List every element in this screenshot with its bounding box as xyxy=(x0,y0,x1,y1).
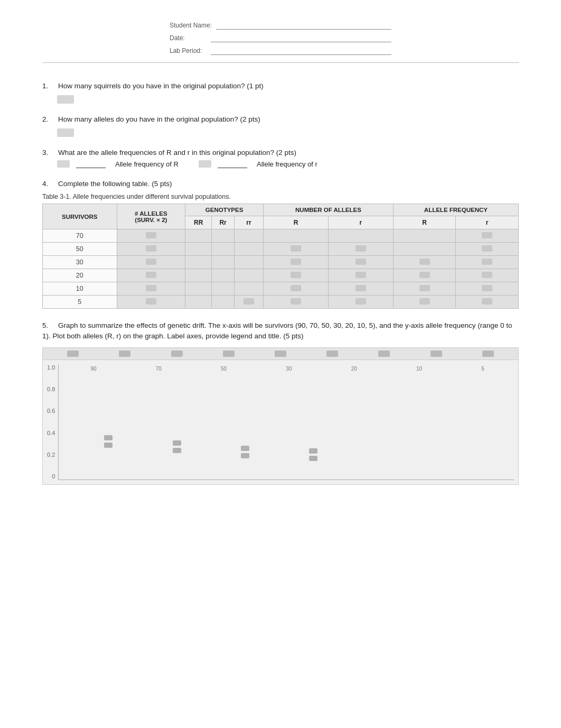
x-label-30: 30 xyxy=(286,366,292,372)
date-label: Date: xyxy=(170,34,207,42)
graph-top-dot-9 xyxy=(482,351,494,357)
y-label-3: 0.4 xyxy=(47,430,55,436)
q3-r-answer[interactable] xyxy=(199,160,211,168)
row-20-r-freq[interactable] xyxy=(456,269,519,282)
period-line[interactable] xyxy=(211,47,391,55)
graph-top-bar xyxy=(43,348,518,360)
row-50-RR[interactable] xyxy=(185,243,212,256)
plot-dot-4a xyxy=(309,448,317,454)
row-30-r-freq[interactable] xyxy=(456,256,519,269)
graph-top-dot-8 xyxy=(431,351,442,357)
row-70-alleles[interactable] xyxy=(117,229,185,243)
x-label-70: 70 xyxy=(156,366,162,372)
table-top-header-row: SURVIVORS # ALLELES (SURV. × 2) GENOTYPE… xyxy=(43,204,519,216)
col-alleles: # ALLELES (SURV. × 2) xyxy=(117,204,185,229)
q3-r-label: Allele frequency of r xyxy=(257,160,317,168)
row-20-rr[interactable] xyxy=(234,269,263,282)
x-label-20: 20 xyxy=(351,366,357,372)
y-label-2: 0.2 xyxy=(47,451,55,458)
row-5-R-num[interactable] xyxy=(264,296,329,309)
row-5-rr[interactable] xyxy=(234,296,263,309)
name-line[interactable] xyxy=(216,21,391,30)
header-period-row: Lab Period: xyxy=(170,47,391,55)
q2-text: 2. How many alleles do you have in the o… xyxy=(42,115,519,123)
plot-dot-4b xyxy=(309,456,317,461)
row-50-survivors: 50 xyxy=(43,243,117,256)
row-20-Rr[interactable] xyxy=(212,269,235,282)
row-5-RR[interactable] xyxy=(185,296,212,309)
row-50-alleles[interactable] xyxy=(117,243,185,256)
row-5-r-freq[interactable] xyxy=(456,296,519,309)
plot-dot-1a xyxy=(104,435,113,440)
row-30-R-num[interactable] xyxy=(264,256,329,269)
name-label: Student Name: xyxy=(170,22,212,29)
row-10-Rr[interactable] xyxy=(212,282,235,296)
header-name-row: Student Name: xyxy=(170,21,391,30)
question-2: 2. How many alleles do you have in the o… xyxy=(42,115,519,137)
row-50-r-freq[interactable] xyxy=(456,243,519,256)
row-70-Rr[interactable] xyxy=(212,229,235,243)
graph-top-dot-5 xyxy=(275,351,286,357)
graph-top-dot-2 xyxy=(119,351,130,357)
row-30-Rr[interactable] xyxy=(212,256,235,269)
row-10-alleles[interactable] xyxy=(117,282,185,296)
row-10-r-freq[interactable] xyxy=(456,282,519,296)
graph-xaxis: 90 70 50 30 20 10 5 xyxy=(59,364,514,372)
row-30-alleles[interactable] xyxy=(117,256,185,269)
q4-text: 4. Complete the following table. (5 pts) xyxy=(42,180,519,188)
row-5-Rr[interactable] xyxy=(212,296,235,309)
graph-plot[interactable]: 90 70 50 30 20 10 5 xyxy=(58,364,514,480)
row-20-R-freq[interactable] xyxy=(393,269,456,282)
row-70-R-freq[interactable] xyxy=(393,229,456,243)
y-label-6: 1.0 xyxy=(47,364,55,371)
graph-top-dot-6 xyxy=(326,351,338,357)
row-50-R-num[interactable] xyxy=(264,243,329,256)
row-50-rr[interactable] xyxy=(234,243,263,256)
row-70-RR[interactable] xyxy=(185,229,212,243)
q3-R-answer[interactable] xyxy=(57,160,70,168)
row-30-r-num[interactable] xyxy=(328,256,393,269)
row-70-R-num[interactable] xyxy=(264,229,329,243)
q2-answer-box[interactable] xyxy=(57,128,74,137)
row-50-Rr[interactable] xyxy=(212,243,235,256)
row-10-r-num[interactable] xyxy=(328,282,393,296)
row-20-r-num[interactable] xyxy=(328,269,393,282)
sub-R-freq: R xyxy=(393,216,456,229)
row-20-R-num[interactable] xyxy=(264,269,329,282)
row-10-rr[interactable] xyxy=(234,282,263,296)
row-10-RR[interactable] xyxy=(185,282,212,296)
row-20-alleles[interactable] xyxy=(117,269,185,282)
sub-R: R xyxy=(264,216,329,229)
row-5-survivors: 5 xyxy=(43,296,117,309)
sub-RR: RR xyxy=(185,216,212,229)
graph-area[interactable]: 1.0 0.8 0.6 0.4 0.2 0 xyxy=(42,347,519,485)
q1-body: How many squirrels do you have in the or… xyxy=(58,82,264,90)
row-50-R-freq[interactable] xyxy=(393,243,456,256)
graph-top-dot-1 xyxy=(67,351,79,357)
graph-top-dot-4 xyxy=(223,351,235,357)
q4-number: 4. xyxy=(42,180,48,188)
row-10-R-freq[interactable] xyxy=(393,282,456,296)
row-5-R-freq[interactable] xyxy=(393,296,456,309)
row-30-R-freq[interactable] xyxy=(393,256,456,269)
period-label: Lab Period: xyxy=(170,47,207,54)
row-30-rr[interactable] xyxy=(234,256,263,269)
row-30-RR[interactable] xyxy=(185,256,212,269)
row-70-r-freq[interactable] xyxy=(456,229,519,243)
date-line[interactable] xyxy=(211,34,391,42)
table-row-70: 70 xyxy=(43,229,519,243)
header-date-row: Date: xyxy=(170,34,391,42)
table-wrapper: SURVIVORS # ALLELES (SURV. × 2) GENOTYPE… xyxy=(42,204,519,309)
y-label-5: 0.8 xyxy=(47,386,55,392)
row-5-alleles[interactable] xyxy=(117,296,185,309)
row-70-rr[interactable] xyxy=(234,229,263,243)
q1-answer-box[interactable] xyxy=(57,95,74,104)
y-label-4: 0.6 xyxy=(47,408,55,414)
row-5-r-num[interactable] xyxy=(328,296,393,309)
table-row-50: 50 xyxy=(43,243,519,256)
row-20-RR[interactable] xyxy=(185,269,212,282)
row-50-r-num[interactable] xyxy=(328,243,393,256)
row-10-R-num[interactable] xyxy=(264,282,329,296)
row-70-r-num[interactable] xyxy=(328,229,393,243)
col-alleles-line2: (SURV. × 2) xyxy=(135,217,167,223)
